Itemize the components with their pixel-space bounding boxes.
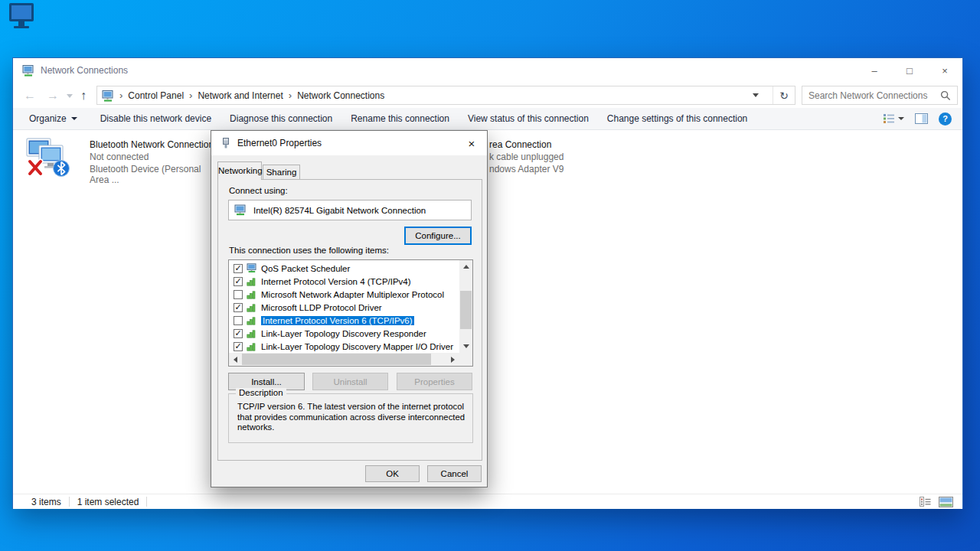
details-view-button[interactable] <box>920 497 931 507</box>
connection-items-list[interactable]: ✓ QoS Packet Scheduler ✓ Internet Protoc… <box>228 259 473 367</box>
checkbox[interactable]: ✓ <box>234 329 243 338</box>
networking-tab-page: Connect using: Intel(R) 82574L Gigabit N… <box>217 179 482 461</box>
list-item-label: Link-Layer Topology Discovery Mapper I/O… <box>261 342 453 351</box>
chevron-down-icon <box>898 117 904 120</box>
window-title: Network Connections <box>41 65 128 76</box>
close-button[interactable]: × <box>927 58 962 83</box>
cancel-button[interactable]: Cancel <box>427 465 482 482</box>
uninstall-button: Uninstall <box>312 373 388 390</box>
network-connections-icon <box>22 64 34 77</box>
horizontal-scrollbar[interactable] <box>229 353 459 366</box>
checkbox[interactable]: ✓ <box>234 277 243 286</box>
command-view-status[interactable]: View status of this connection <box>468 113 589 124</box>
checkbox[interactable]: ✓ <box>234 342 243 351</box>
network-connections-window: Network Connections – □ × ← → ↑ › C <box>12 57 963 509</box>
status-bar: 3 items 1 item selected <box>13 494 962 509</box>
bluetooth-connection-icon <box>26 138 70 178</box>
connection-device: Bluetooth Device (Personal Area ... <box>90 164 217 185</box>
tab-networking[interactable]: Networking <box>217 161 262 180</box>
window-titlebar: Network Connections – □ × <box>13 58 962 83</box>
connection-name: rea Connection <box>489 139 551 150</box>
address-dropdown-chevron-icon[interactable] <box>753 93 759 97</box>
maximize-button[interactable]: □ <box>892 58 927 83</box>
list-item-lltd-responder[interactable]: ✓ Link-Layer Topology Discovery Responde… <box>229 327 459 340</box>
forward-button[interactable]: → <box>47 90 59 102</box>
protocol-icon <box>247 289 257 299</box>
protocol-icon <box>247 328 257 338</box>
large-icons-view-button[interactable] <box>939 497 953 507</box>
view-options-button[interactable] <box>883 113 904 124</box>
back-button[interactable]: ← <box>24 90 36 102</box>
command-diagnose-connection[interactable]: Diagnose this connection <box>230 113 332 124</box>
computer-monitor-icon <box>7 2 36 35</box>
scroll-left-button[interactable] <box>229 353 242 366</box>
protocol-icon <box>247 315 257 325</box>
tab-sharing[interactable]: Sharing <box>263 165 300 179</box>
recent-locations-chevron-icon[interactable] <box>67 94 73 98</box>
list-item-ipv6[interactable]: Internet Protocol Version 6 (TCP/IPv6) <box>229 314 459 327</box>
breadcrumb-separator: › <box>119 90 122 101</box>
checkbox[interactable] <box>234 316 243 325</box>
connection-item-partial[interactable]: rea Connection k cable unplugged ndows A… <box>489 136 642 179</box>
list-item-label: Internet Protocol Version 6 (TCP/IPv6) <box>261 316 414 325</box>
scroll-down-button[interactable] <box>459 340 472 353</box>
ok-button[interactable]: OK <box>365 465 420 482</box>
list-item-label: QoS Packet Scheduler <box>261 264 350 273</box>
protocol-icon <box>247 302 257 312</box>
vertical-scrollbar[interactable] <box>459 260 472 353</box>
checkbox[interactable]: ✓ <box>234 303 243 312</box>
list-item-ipv4[interactable]: ✓ Internet Protocol Version 4 (TCP/IPv4) <box>229 275 459 288</box>
dialog-close-button[interactable]: × <box>464 135 479 151</box>
protocol-icon <box>247 341 257 351</box>
preview-pane-button[interactable] <box>915 113 928 124</box>
address-bar[interactable]: › Control Panel › Network and Internet ›… <box>96 86 795 105</box>
adapter-name: Intel(R) 82574L Gigabit Network Connecti… <box>253 206 426 215</box>
organize-label: Organize <box>29 113 67 124</box>
chevron-down-icon <box>71 117 77 120</box>
list-item-lltd-mapper[interactable]: ✓ Link-Layer Topology Discovery Mapper I… <box>229 340 459 353</box>
address-bar-row: ← → ↑ › Control Panel › Network and Inte… <box>13 83 962 108</box>
description-text: TCP/IP version 6. The latest version of … <box>237 402 467 433</box>
list-item-multiplexor[interactable]: Microsoft Network Adapter Multiplexor Pr… <box>229 288 459 301</box>
configure-button[interactable]: Configure... <box>404 227 472 245</box>
items-list-label: This connection uses the following items… <box>229 246 389 255</box>
list-item-qos[interactable]: ✓ QoS Packet Scheduler <box>229 262 459 275</box>
search-input[interactable] <box>802 90 940 101</box>
scroll-up-button[interactable] <box>459 260 472 273</box>
description-label: Description <box>236 388 286 397</box>
checkbox[interactable]: ✓ <box>234 264 243 273</box>
breadcrumb-control-panel[interactable]: Control Panel <box>128 90 184 101</box>
refresh-button[interactable]: ↻ <box>773 90 795 102</box>
list-item-lldp[interactable]: ✓ Microsoft LLDP Protocol Driver <box>229 301 459 314</box>
divider <box>69 497 70 507</box>
breadcrumb-separator: › <box>189 90 192 101</box>
scroll-right-button[interactable] <box>446 353 459 366</box>
selection-count: 1 item selected <box>77 497 139 507</box>
search-icon[interactable] <box>940 90 951 101</box>
scrollbar-thumb[interactable] <box>460 291 472 329</box>
desktop: Network Connections – □ × ← → ↑ › C <box>0 0 980 551</box>
checkbox[interactable] <box>234 290 243 299</box>
dialog-titlebar: Ethernet0 Properties × <box>211 131 487 155</box>
command-change-settings[interactable]: Change settings of this connection <box>607 113 747 124</box>
connection-item-bluetooth[interactable]: Bluetooth Network Connection Not connect… <box>26 136 217 179</box>
properties-button: Properties <box>397 373 472 390</box>
items-count: 3 items <box>31 497 61 507</box>
scrollbar-thumb[interactable] <box>242 354 431 365</box>
command-bar: Organize Disable this network device Dia… <box>13 108 962 130</box>
up-button[interactable]: ↑ <box>80 90 87 102</box>
ethernet-plug-icon <box>220 137 231 149</box>
connect-using-label: Connect using: <box>229 186 288 195</box>
organize-button[interactable]: Organize <box>29 113 77 124</box>
breadcrumb-network-connections[interactable]: Network Connections <box>297 90 384 101</box>
desktop-computer-icon[interactable] <box>7 2 36 38</box>
minimize-button[interactable]: – <box>857 58 892 83</box>
location-icon <box>102 90 114 102</box>
command-rename-connection[interactable]: Rename this connection <box>351 113 449 124</box>
command-disable-device[interactable]: Disable this network device <box>100 113 211 124</box>
help-button[interactable]: ? <box>939 112 952 126</box>
ethernet0-properties-dialog: Ethernet0 Properties × Networking Sharin… <box>211 130 488 487</box>
breadcrumb-network-and-internet[interactable]: Network and Internet <box>198 90 283 101</box>
connection-status: Not connected <box>90 152 149 162</box>
qos-monitor-icon <box>247 263 257 273</box>
